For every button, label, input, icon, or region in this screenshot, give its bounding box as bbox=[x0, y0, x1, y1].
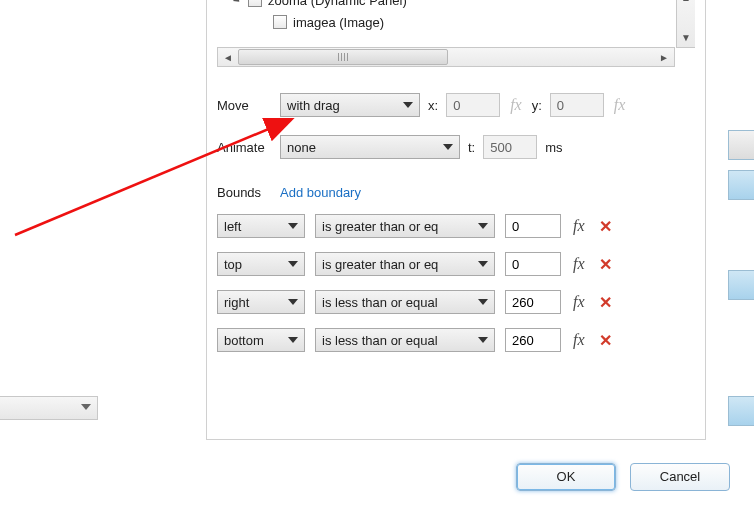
delete-row-button[interactable]: ✕ bbox=[597, 255, 614, 274]
move-mode-dropdown[interactable]: with drag bbox=[280, 93, 420, 117]
right-tab-1[interactable] bbox=[728, 130, 754, 160]
bounds-cond-dropdown[interactable]: is less than or equal bbox=[315, 290, 495, 314]
chevron-down-icon bbox=[288, 223, 298, 229]
bounds-row: bottom is less than or equal fx ✕ bbox=[217, 328, 695, 352]
t-label: t: bbox=[468, 140, 475, 155]
tree-row-imagea[interactable]: imagea (Image) bbox=[217, 11, 695, 33]
ok-button[interactable]: OK bbox=[516, 463, 616, 491]
ms-label: ms bbox=[545, 140, 562, 155]
bounds-row: left is greater than or eq fx ✕ bbox=[217, 214, 695, 238]
bounds-cond-value: is less than or equal bbox=[322, 295, 438, 310]
move-label: Move bbox=[217, 98, 272, 113]
bounds-value-input[interactable] bbox=[505, 290, 561, 314]
bounds-cond-value: is less than or equal bbox=[322, 333, 438, 348]
cancel-button[interactable]: Cancel bbox=[630, 463, 730, 491]
tree-row-zooma[interactable]: zooma (Dynamic Panel) bbox=[217, 0, 695, 11]
tree-vscroll[interactable]: ▲ ▼ bbox=[676, 0, 695, 48]
add-boundary-link[interactable]: Add boundary bbox=[280, 185, 361, 200]
delete-row-button[interactable]: ✕ bbox=[597, 217, 614, 236]
bounds-value-input[interactable] bbox=[505, 328, 561, 352]
chevron-down-icon bbox=[443, 144, 453, 150]
checkbox-imagea[interactable] bbox=[273, 15, 287, 29]
scroll-left-icon[interactable]: ◄ bbox=[218, 52, 238, 63]
bounds-side-dropdown[interactable]: bottom bbox=[217, 328, 305, 352]
animate-t-input[interactable] bbox=[483, 135, 537, 159]
hscroll-thumb[interactable] bbox=[238, 49, 448, 65]
chevron-down-icon bbox=[478, 337, 488, 343]
bounds-side-value: left bbox=[224, 219, 241, 234]
delete-row-button[interactable]: ✕ bbox=[597, 293, 614, 312]
bounds-side-value: bottom bbox=[224, 333, 264, 348]
bounds-cond-dropdown[interactable]: is less than or equal bbox=[315, 328, 495, 352]
bounds-side-dropdown[interactable]: right bbox=[217, 290, 305, 314]
x-label: x: bbox=[428, 98, 438, 113]
bounds-cond-dropdown[interactable]: is greater than or eq bbox=[315, 252, 495, 276]
chevron-down-icon bbox=[288, 261, 298, 267]
tree-hscroll[interactable]: ◄ ► bbox=[217, 47, 675, 67]
tree-label: zooma (Dynamic Panel) bbox=[268, 0, 407, 8]
dialog-button-bar: OK Cancel bbox=[516, 463, 730, 491]
bounds-value-input[interactable] bbox=[505, 252, 561, 276]
right-tab-2[interactable] bbox=[728, 170, 754, 200]
left-cutoff-dropdown[interactable] bbox=[0, 396, 98, 420]
scroll-down-icon[interactable]: ▼ bbox=[681, 29, 691, 47]
y-label: y: bbox=[532, 98, 542, 113]
right-tab-3[interactable] bbox=[728, 270, 754, 300]
right-tab-4[interactable] bbox=[728, 396, 754, 426]
bounds-side-value: top bbox=[224, 257, 242, 272]
move-y-input[interactable] bbox=[550, 93, 604, 117]
bounds-cond-value: is greater than or eq bbox=[322, 219, 438, 234]
bounds-value-input[interactable] bbox=[505, 214, 561, 238]
bounds-side-dropdown[interactable]: top bbox=[217, 252, 305, 276]
hscroll-track[interactable] bbox=[238, 48, 654, 66]
fx-x-button[interactable]: fx bbox=[508, 96, 524, 114]
bounds-cond-dropdown[interactable]: is greater than or eq bbox=[315, 214, 495, 238]
fx-y-button[interactable]: fx bbox=[612, 96, 628, 114]
delete-row-button[interactable]: ✕ bbox=[597, 331, 614, 350]
chevron-down-icon bbox=[403, 102, 413, 108]
chevron-down-icon bbox=[478, 223, 488, 229]
animate-mode-dropdown[interactable]: none bbox=[280, 135, 460, 159]
animate-mode-value: none bbox=[287, 140, 316, 155]
fx-button[interactable]: fx bbox=[571, 331, 587, 349]
animate-label: Animate bbox=[217, 140, 272, 155]
bounds-side-dropdown[interactable]: left bbox=[217, 214, 305, 238]
widget-tree: zooma (Dynamic Panel) imagea (Image) ▲ ▼… bbox=[217, 0, 695, 67]
scroll-right-icon[interactable]: ► bbox=[654, 52, 674, 63]
expand-icon[interactable] bbox=[233, 0, 242, 5]
checkbox-zooma[interactable] bbox=[248, 0, 262, 7]
scroll-up-icon[interactable]: ▲ bbox=[681, 0, 691, 7]
bounds-label: Bounds bbox=[217, 185, 272, 200]
move-mode-value: with drag bbox=[287, 98, 340, 113]
fx-button[interactable]: fx bbox=[571, 217, 587, 235]
bounds-side-value: right bbox=[224, 295, 249, 310]
fx-button[interactable]: fx bbox=[571, 293, 587, 311]
chevron-down-icon bbox=[478, 299, 488, 305]
chevron-down-icon bbox=[288, 337, 298, 343]
bounds-row: right is less than or equal fx ✕ bbox=[217, 290, 695, 314]
bounds-row: top is greater than or eq fx ✕ bbox=[217, 252, 695, 276]
move-x-input[interactable] bbox=[446, 93, 500, 117]
fx-button[interactable]: fx bbox=[571, 255, 587, 273]
chevron-down-icon bbox=[288, 299, 298, 305]
bounds-cond-value: is greater than or eq bbox=[322, 257, 438, 272]
dialog-panel: zooma (Dynamic Panel) imagea (Image) ▲ ▼… bbox=[206, 0, 706, 440]
chevron-down-icon bbox=[478, 261, 488, 267]
tree-label: imagea (Image) bbox=[293, 15, 384, 30]
